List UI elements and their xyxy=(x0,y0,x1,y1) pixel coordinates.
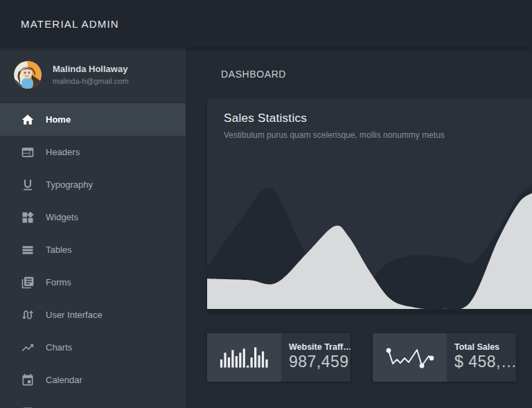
card-header: Sales Statistics Vestibulum purus quam s… xyxy=(207,98,532,140)
user-email: malinda-h@gmail.com xyxy=(53,77,129,85)
widgets-icon xyxy=(21,211,35,224)
chart-svg xyxy=(207,171,532,309)
stats-row: Website Traff… 987,459 Total Sales $ 458… xyxy=(207,333,532,382)
user-profile[interactable]: Malinda Hollaway malinda-h@gmail.com xyxy=(0,47,186,103)
headers-icon xyxy=(21,145,35,159)
avatar[interactable] xyxy=(14,61,42,89)
bar-chart-icon xyxy=(207,333,281,382)
sidebar-item-forms[interactable]: Forms xyxy=(0,266,186,299)
stat-text: Total Sales $ 458,… xyxy=(447,333,516,382)
avatar-image xyxy=(14,61,42,89)
line-path xyxy=(389,350,432,366)
stat-label: Total Sales xyxy=(454,342,516,352)
sidebar: Malinda Hollaway malinda-h@gmail.com Hom… xyxy=(0,47,186,408)
photo-gallery-icon xyxy=(21,406,35,408)
sidebar-item-charts[interactable]: Charts xyxy=(0,331,186,364)
tables-icon xyxy=(21,243,35,257)
sales-statistics-card: Sales Statistics Vestibulum purus quam s… xyxy=(207,98,532,312)
page-title: DASHBOARD xyxy=(221,69,532,80)
app-title: MATERIAL ADMIN xyxy=(21,18,119,30)
stat-text: Website Traff… 987,459 xyxy=(281,333,351,382)
sidebar-item-home[interactable]: Home xyxy=(0,103,186,136)
sidebar-item-headers[interactable]: Headers xyxy=(0,136,186,168)
chart-baseline-strip xyxy=(207,309,532,312)
sidebar-item-user-interface[interactable]: User Interface xyxy=(0,299,186,331)
user-info: Malinda Hollaway malinda-h@gmail.com xyxy=(53,64,129,85)
stat-value: $ 458,… xyxy=(454,353,516,371)
calendar-icon xyxy=(21,373,35,387)
sidebar-item-photo-gallery[interactable]: Photo Gallery xyxy=(0,396,186,408)
home-icon xyxy=(21,113,35,127)
stat-label: Website Traff… xyxy=(289,342,351,352)
user-interface-icon xyxy=(21,308,35,322)
sidebar-item-typography[interactable]: Typography xyxy=(0,168,186,201)
card-title: Sales Statistics xyxy=(224,112,532,125)
sidebar-item-calendar[interactable]: Calendar xyxy=(0,364,186,396)
sidebar-menu: Home Headers Typography Widgets xyxy=(0,103,186,408)
forms-icon xyxy=(21,276,35,290)
total-sales-card[interactable]: Total Sales $ 458,… xyxy=(373,333,516,382)
sidebar-item-tables[interactable]: Tables xyxy=(0,233,186,266)
card-subtitle: Vestibulum purus quam scelerisque, molli… xyxy=(224,130,532,140)
app-header: MATERIAL ADMIN xyxy=(0,0,532,47)
sales-area-chart xyxy=(207,171,532,309)
website-traffic-card[interactable]: Website Traff… 987,459 xyxy=(207,333,351,382)
sidebar-item-widgets[interactable]: Widgets xyxy=(0,201,186,233)
typography-icon xyxy=(21,178,35,192)
line-chart-icon xyxy=(373,333,447,382)
charts-icon xyxy=(21,341,35,355)
stat-value: 987,459 xyxy=(289,353,351,371)
user-name: Malinda Hollaway xyxy=(53,64,129,74)
main-content: DASHBOARD Sales Statistics Vestibulum pu… xyxy=(186,47,532,408)
